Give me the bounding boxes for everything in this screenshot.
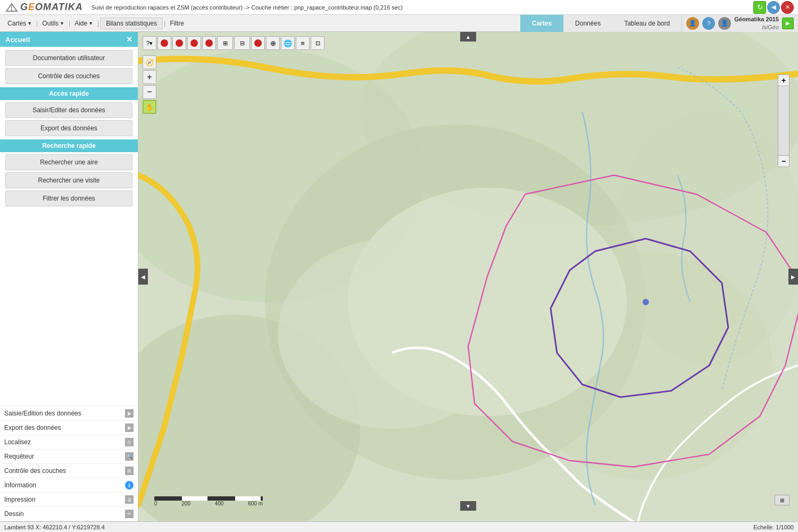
coords-label: Lambert 93 X: 462210.4 / Y:6219728.4 — [4, 524, 105, 530]
sidebar-bottom-item-localisez[interactable]: Localisez ◎ — [0, 435, 138, 450]
help-icon-btn[interactable]: ? — [702, 17, 715, 30]
brand-sub: IsiGéo — [734, 23, 779, 31]
sidebar-header: Accueil ✕ — [0, 32, 138, 47]
map-arrow-bottom[interactable]: ▼ — [460, 501, 476, 511]
rechercher-visite-btn[interactable]: Rechercher une visite — [5, 172, 132, 188]
left-map-tools: 🧭 + − ✋ — [143, 55, 156, 114]
controle-couches-btn[interactable]: Contrôle des couches — [5, 68, 132, 84]
scale-label: Echelle: 1/1000 — [753, 524, 794, 530]
tool-grid2-btn[interactable]: ⊟ — [234, 36, 250, 50]
couches-label: Contrôle des couches — [4, 467, 66, 475]
rechercher-aire-btn[interactable]: Rechercher une aire — [5, 154, 132, 170]
doc-utilisateur-btn[interactable]: Documentation utilisateur — [5, 50, 132, 66]
aide-menu-btn[interactable]: Aide ▼ — [71, 18, 96, 29]
couches-icon: ⊞ — [125, 467, 134, 475]
map-svg — [138, 32, 798, 521]
sidebar-bottom-item-impression[interactable]: Impression 🖨 — [0, 493, 138, 507]
outils-menu-btn[interactable]: Outils ▼ — [39, 18, 68, 29]
tab-bar: Cartes Données Tableau de bord — [520, 15, 681, 32]
map-arrow-top[interactable]: ▲ — [460, 32, 476, 41]
cartes-label: Cartes — [7, 20, 26, 27]
svg-point-13 — [643, 299, 649, 305]
zoom-plus-btn[interactable]: + — [778, 74, 789, 86]
scale-bar: 0 200 400 600 m — [154, 496, 263, 506]
branding-text: Géomatika 2015 IsiGéo — [734, 15, 779, 31]
tool-red1-btn[interactable] — [157, 36, 171, 50]
scale-label-400: 400 — [215, 501, 224, 506]
sep3: | — [97, 20, 99, 27]
status-bar: Lambert 93 X: 462210.4 / Y:6219728.4 Ech… — [0, 521, 798, 532]
tool-cross-btn[interactable]: ⊕ — [266, 36, 280, 50]
zoom-out-btn[interactable]: − — [143, 85, 156, 99]
sidebar-bottom-item-information[interactable]: Information i — [0, 478, 138, 493]
bilans-btn[interactable]: Bilans statistiques — [100, 18, 163, 29]
top-right-controls: ↻ ◀ ✕ — [753, 1, 794, 14]
aide-label: Aide — [74, 20, 87, 27]
tool-globe-btn[interactable]: 🌐 — [281, 36, 295, 50]
pan-btn[interactable]: ✋ — [143, 100, 156, 114]
outils-arrow: ▼ — [60, 21, 64, 26]
localisez-label: Localisez — [4, 438, 31, 446]
user-area: 👤 ? 👤 Géomatika 2015 IsiGéo ▶ — [681, 15, 798, 32]
saisir-btn[interactable]: Saisir/Editer des données — [5, 102, 132, 118]
tab-tableau-de-bord[interactable]: Tableau de bord — [612, 15, 681, 32]
filtre-label: Filtre — [170, 20, 184, 27]
sidebar-bottom-item-dessin[interactable]: Dessin ✏ — [0, 507, 138, 521]
sidebar-bottom-item-saisie[interactable]: Saisie/Edition des données ▶ — [0, 406, 138, 421]
filtre-btn[interactable]: Filtre — [167, 18, 187, 29]
zoom-slider[interactable] — [778, 86, 789, 155]
filtrer-btn[interactable]: Filtrer les données — [5, 190, 132, 206]
user-icon-btn[interactable]: 👤 — [686, 17, 699, 30]
brand-main: Géomatika 2015 — [734, 15, 779, 23]
bilans-label: Bilans statistiques — [106, 20, 157, 27]
tab-cartes[interactable]: Cartes — [520, 15, 563, 32]
tool-red4-btn[interactable] — [202, 36, 216, 50]
saisie-label: Saisie/Edition des données — [4, 410, 81, 417]
requeteur-label: Requêteur — [4, 453, 34, 460]
breadcrumb: Suivi de reproduction rapaces et ZSM (ac… — [92, 4, 753, 11]
tab-donnees[interactable]: Données — [563, 15, 612, 32]
impression-label: Impression — [4, 496, 36, 503]
tool-red3-btn[interactable] — [187, 36, 201, 50]
expand-btn[interactable]: ▶ — [782, 18, 794, 29]
map-arrow-left[interactable]: ◀ — [138, 269, 148, 285]
export-btn[interactable]: Export des données — [5, 120, 132, 136]
saisie-icon: ▶ — [125, 409, 134, 418]
map-arrow-right[interactable]: ▶ — [788, 269, 798, 285]
nav-btn[interactable]: ◀ — [767, 1, 780, 14]
profile-icon-btn[interactable]: 👤 — [718, 17, 731, 30]
tool-box-btn[interactable]: ⊡ — [311, 36, 325, 50]
refresh-btn[interactable]: ↻ — [753, 1, 766, 14]
sidebar-bottom: Saisie/Edition des données ▶ Export des … — [0, 406, 138, 521]
bottom-right-icon[interactable]: ⊞ — [775, 495, 789, 505]
cartes-arrow: ▼ — [27, 21, 32, 26]
export-icon: ▶ — [125, 423, 134, 432]
sidebar-close-icon[interactable]: ✕ — [126, 35, 132, 44]
zoom-minus-btn[interactable]: − — [778, 155, 789, 167]
sep1: | — [36, 20, 38, 27]
compass-btn[interactable]: 🧭 — [143, 55, 156, 69]
tool-info-btn[interactable]: ?▾ — [143, 36, 156, 50]
map-container[interactable]: ?▾ ⊞ ⊟ ⊕ 🌐 ≡ ⊡ 🧭 + − ✋ ▲ ▼ ◀ ▶ — [138, 32, 798, 521]
recherche-rapide-section: Recherche rapide — [0, 139, 138, 152]
sidebar-header-label: Accueil — [5, 36, 30, 44]
sidebar-bottom-item-couches[interactable]: Contrôle des couches ⊞ — [0, 464, 138, 478]
export-label: Export des données — [4, 424, 61, 431]
outils-label: Outils — [42, 20, 59, 27]
sidebar-bottom-item-requeteur[interactable]: Requêteur 🔍 — [0, 450, 138, 464]
acces-rapide-section: Accès rapide — [0, 87, 138, 100]
close-top-btn[interactable]: ✕ — [781, 1, 794, 14]
localisez-icon: ◎ — [125, 438, 134, 446]
tool-dot-btn[interactable] — [251, 36, 265, 50]
sidebar-bottom-item-export[interactable]: Export des données ▶ — [0, 421, 138, 435]
scale-label-200: 200 — [181, 501, 190, 506]
logo-area: GEOMATIKA — [4, 2, 83, 13]
cartes-menu-btn[interactable]: Cartes ▼ — [4, 18, 35, 29]
sidebar: Accueil ✕ Documentation utilisateur Cont… — [0, 32, 138, 521]
sep4: | — [164, 20, 165, 27]
scale-label-600: 600 m — [248, 501, 263, 506]
tool-red2-btn[interactable] — [172, 36, 186, 50]
tool-grid1-btn[interactable]: ⊞ — [217, 36, 233, 50]
zoom-in-btn[interactable]: + — [143, 70, 156, 84]
tool-list-btn[interactable]: ≡ — [296, 36, 310, 50]
